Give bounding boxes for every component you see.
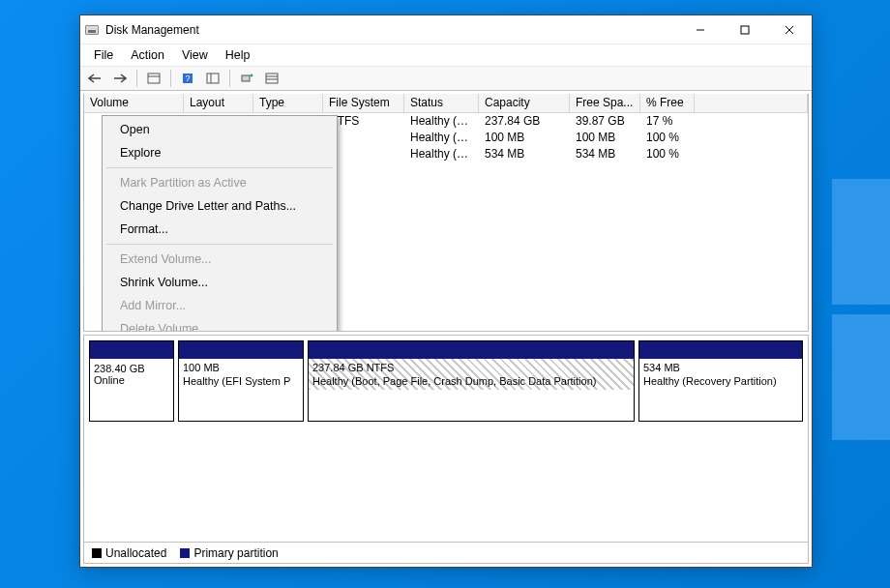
- context-menu-item: Add Mirror...: [103, 294, 337, 317]
- close-icon: [785, 25, 794, 35]
- cell: 100 MB: [479, 130, 570, 146]
- legend-unallocated-label: Unallocated: [105, 546, 166, 560]
- cell: 237.84 GB: [479, 113, 570, 130]
- arrow-right-icon: [113, 74, 127, 83]
- desktop-accent-2: [832, 314, 890, 440]
- cell: Healthy (E...: [404, 130, 479, 146]
- context-menu-item: Extend Volume...: [103, 248, 337, 271]
- minimize-button[interactable]: [678, 15, 723, 44]
- partition-desc-label: Healthy (Recovery Partition): [643, 374, 798, 388]
- partition-box[interactable]: 100 MBHealthy (EFI System P: [178, 340, 304, 422]
- toolbar-separator: [229, 70, 230, 87]
- toolbar-settings[interactable]: [202, 69, 223, 88]
- col-status[interactable]: Status: [404, 94, 479, 112]
- context-menu-item[interactable]: Explore: [103, 141, 337, 164]
- window-title: Disk Management: [104, 23, 678, 37]
- arrow-left-icon: [88, 74, 102, 83]
- col-filesystem[interactable]: File System: [323, 94, 404, 112]
- partition-size-label: 534 MB: [643, 361, 798, 374]
- partition-body: 100 MBHealthy (EFI System P: [179, 359, 303, 390]
- close-button[interactable]: [767, 15, 812, 44]
- toolbar-forward[interactable]: [109, 69, 131, 88]
- col-free-space[interactable]: Free Spa...: [570, 94, 640, 112]
- partition-desc-label: Healthy (Boot, Page File, Crash Dump, Ba…: [312, 374, 630, 388]
- cell: 534 MB: [479, 146, 570, 162]
- svg-rect-1: [741, 26, 749, 34]
- cell: Healthy (R...: [404, 146, 479, 162]
- toolbar-separator: [170, 70, 171, 87]
- svg-rect-8: [207, 74, 219, 83]
- toolbar-separator: [136, 70, 137, 87]
- grid-icon: [147, 73, 161, 84]
- svg-text:?: ?: [185, 74, 190, 83]
- svg-rect-10: [242, 75, 250, 81]
- rescan-icon: [240, 73, 253, 84]
- legend-swatch-primary: [180, 548, 190, 558]
- partition-desc-label: Healthy (EFI System P: [183, 374, 299, 388]
- toolbar-refresh[interactable]: [143, 69, 164, 88]
- partition-body: 534 MBHealthy (Recovery Partition): [639, 359, 802, 390]
- context-menu-separator: [106, 167, 333, 168]
- legend-unallocated: Unallocated: [92, 546, 166, 560]
- disk-strip: 238.40 GB Online 100 MBHealthy (EFI Syst…: [89, 340, 803, 422]
- toolbar: ?: [80, 66, 812, 91]
- context-menu-item[interactable]: Format...: [103, 218, 337, 241]
- col-spacer: [695, 94, 808, 112]
- svg-rect-12: [266, 74, 278, 83]
- menu-help[interactable]: Help: [218, 46, 258, 64]
- partition-box[interactable]: 534 MBHealthy (Recovery Partition): [638, 340, 803, 422]
- disk-size-label: 238.40 GB: [94, 363, 169, 374]
- menu-view[interactable]: View: [174, 46, 216, 64]
- partition-size-label: 100 MB: [183, 361, 299, 374]
- app-window: Disk Management File Action View Help: [79, 15, 813, 568]
- titlebar: Disk Management: [80, 15, 812, 44]
- cell: 17 %: [640, 113, 695, 130]
- disk-icon: [85, 25, 99, 35]
- context-menu-item: Delete Volume...: [103, 317, 337, 332]
- partition-box[interactable]: 237.84 GB NTFSHealthy (Boot, Page File, …: [308, 340, 635, 422]
- partition-body: 237.84 GB NTFSHealthy (Boot, Page File, …: [309, 359, 634, 390]
- menu-file[interactable]: File: [86, 46, 121, 64]
- cell: [695, 146, 808, 162]
- col-type[interactable]: Type: [253, 94, 323, 112]
- col-capacity[interactable]: Capacity: [479, 94, 570, 112]
- toolbar-help[interactable]: ?: [177, 69, 198, 88]
- menu-action[interactable]: Action: [123, 46, 172, 64]
- maximize-icon: [740, 25, 750, 35]
- context-menu-item[interactable]: Open: [103, 118, 337, 141]
- minimize-icon: [696, 25, 705, 35]
- svg-point-11: [251, 74, 253, 77]
- svg-rect-4: [148, 74, 160, 83]
- volume-list-pane: Volume Layout Type File System Status Ca…: [83, 94, 809, 332]
- cell: [695, 113, 808, 130]
- volume-context-menu: OpenExploreMark Partition as ActiveChang…: [102, 115, 338, 332]
- app-icon: [80, 25, 104, 35]
- cell: Healthy (B...: [404, 113, 479, 130]
- partition-stripe: [639, 341, 802, 359]
- toolbar-properties[interactable]: [261, 69, 282, 88]
- col-layout[interactable]: Layout: [184, 94, 253, 112]
- partition-stripe: [309, 341, 634, 359]
- legend-primary: Primary partition: [180, 546, 278, 560]
- cell: [695, 130, 808, 146]
- context-menu-item[interactable]: Change Drive Letter and Paths...: [103, 194, 337, 218]
- menubar: File Action View Help: [80, 44, 812, 66]
- legend: Unallocated Primary partition: [84, 542, 808, 563]
- toolbar-back[interactable]: [84, 69, 105, 88]
- graphical-view-pane: 238.40 GB Online 100 MBHealthy (EFI Syst…: [83, 335, 809, 564]
- cell: 100 %: [640, 130, 695, 146]
- toolbar-rescan[interactable]: [236, 69, 257, 88]
- col-pct-free[interactable]: % Free: [640, 94, 695, 112]
- partitions-container: 100 MBHealthy (EFI System P237.84 GB NTF…: [178, 340, 803, 422]
- col-volume[interactable]: Volume: [84, 94, 184, 112]
- legend-primary-label: Primary partition: [193, 546, 278, 560]
- partition-stripe: [179, 341, 303, 359]
- cell: 39.87 GB: [570, 113, 640, 130]
- context-menu-item[interactable]: Shrink Volume...: [103, 271, 337, 294]
- context-menu-separator: [106, 244, 333, 245]
- cell: 534 MB: [570, 146, 640, 162]
- cell: 100 MB: [570, 130, 640, 146]
- maximize-button[interactable]: [723, 15, 767, 44]
- context-menu-item: Mark Partition as Active: [103, 171, 337, 194]
- disk-header-box[interactable]: 238.40 GB Online: [89, 340, 174, 422]
